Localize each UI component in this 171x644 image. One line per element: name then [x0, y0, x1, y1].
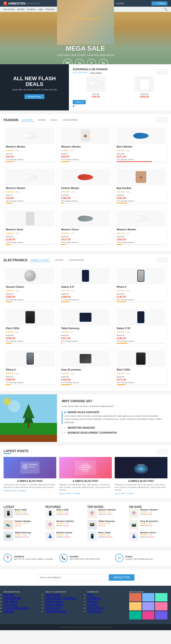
google-icon[interactable]: g+ — [83, 77, 86, 80]
insta-item-1[interactable] — [129, 593, 142, 602]
elec-product-9[interactable]: iPad 4 16Gb ★★★★☆ (11) £295.00 £271.00 1… — [115, 348, 168, 387]
twitter-icon[interactable]: t — [81, 77, 81, 80]
elec-name-2: Galaxy S IV — [61, 286, 110, 288]
posts-next[interactable]: › — [163, 449, 168, 454]
posts-title-bar — [3, 453, 11, 454]
instagram-icon[interactable]: in — [91, 77, 93, 80]
post-author-link-3[interactable]: Tomtink — [127, 492, 134, 494]
footer-info-link-5[interactable]: Pages configuration — [3, 606, 29, 610]
more-detail-button[interactable]: More Detail — [87, 71, 105, 76]
tab-shoes[interactable]: SHOES — [37, 118, 47, 122]
featured-old-3: £595.00 — [56, 536, 63, 538]
facebook-icon[interactable]: f — [78, 77, 79, 80]
browse-store-button[interactable]: Browse Store — [66, 71, 85, 76]
elec-product-2[interactable]: Galaxy S IV ★★★★☆ (11) £699.00 £399.00 1… — [59, 265, 112, 304]
footer-company-link-3[interactable]: About us — [87, 600, 99, 603]
product-name-6: Bag Goodeal — [117, 187, 165, 190]
fashion-product-1[interactable]: Women's Woolen ★★★★☆ (11) £67.00 £45.00 … — [3, 125, 56, 164]
fashion-prev[interactable]: ‹ — [157, 118, 162, 122]
fashion-product-5[interactable]: Fashion Mangiu ★★★★☆ (11) £215.00 £195.0… — [59, 166, 112, 206]
fashion-product-4[interactable]: Women's Woolen ★★★★☆ (11) £67.00 £45.00 … — [3, 166, 56, 206]
cart-button[interactable]: 🛒 0 items — [152, 2, 168, 6]
post-author-link-2[interactable]: Tomtink — [74, 492, 81, 494]
tab-mobile-tablet[interactable]: MOBILE & TABLET — [30, 258, 51, 262]
electronics-next[interactable]: › — [163, 258, 168, 262]
footer-support-link-1[interactable]: Help Center — [45, 593, 61, 596]
elec-product-7[interactable]: iPhone 6 ★★★★☆ (11) £520.00 £389.00 11% … — [3, 348, 56, 387]
tab-clothing[interactable]: CLOTHING — [21, 118, 34, 122]
pinterest-icon[interactable]: p — [88, 77, 89, 80]
footer-info-link-6[interactable]: Sitemap — [3, 610, 14, 613]
checkout-link[interactable]: Checkout — [46, 8, 55, 10]
view-all-button[interactable]: View All — [73, 100, 86, 104]
footer-support-link-4[interactable]: Privacy Policy — [45, 603, 63, 606]
site-logo[interactable]: T AMBESTEN Business Grows — [3, 2, 40, 5]
why-item-title-1[interactable]: ▶SENIOR SALES ASSOCIATE — [64, 411, 166, 414]
footer-support-link-5[interactable]: Testimonials — [45, 606, 61, 610]
footer-support-link-6[interactable]: Affiliate Program — [45, 610, 66, 613]
insta-item-9[interactable] — [155, 611, 168, 620]
flash-browse-button[interactable]: Browse Store — [24, 94, 44, 99]
product-reviews-5: (11) — [71, 191, 74, 193]
my-account-link[interactable]: My Account — [3, 8, 15, 10]
hero-dot-1[interactable] — [83, 82, 85, 84]
fashion-product-2[interactable]: 👜 Women's Woolen ★★★★☆ (7) £68.00 £88.00… — [59, 125, 112, 164]
fashion-product-9[interactable]: Women's Woolen ★★★★☆ (11) £499.00 £363.0… — [115, 208, 168, 247]
wishlist-link[interactable]: Wishlist — [17, 8, 24, 10]
elec-product-3[interactable]: iPhone 6 ★★★★☆ (14) £245.00 £145.00 19% … — [115, 265, 168, 304]
insta-item-2[interactable] — [142, 593, 155, 602]
footer-company-link-5[interactable]: Shop Online — [87, 606, 103, 610]
footer-info-link-2[interactable]: New products — [3, 596, 21, 600]
footer-company-link-6[interactable]: My account — [87, 610, 102, 613]
footer-info-link-3[interactable]: Top sellers — [3, 600, 17, 603]
superdeals-prev[interactable]: ‹ — [157, 70, 162, 74]
why-item-title-3[interactable]: + BUSINESS DEVELOPMENT COORDINATOR — [64, 432, 166, 434]
post-1: A SIMPLE BLOG POST Lorem ipsum dolor sit… — [3, 457, 56, 494]
elec-product-5[interactable]: Tablet Samsung ★★★★☆ (7) £415.00 £311.00… — [59, 307, 112, 346]
footer-company-link-2[interactable]: Contact us — [87, 596, 101, 600]
tab-laptop[interactable]: LAPTOP — [54, 258, 64, 262]
fashion-product-7[interactable]: Women's Dress ★★★★☆ (11) £200.00 £138.00… — [3, 208, 56, 247]
product-sale-price-3: £271.00 — [117, 155, 165, 158]
newsletter-email-input[interactable] — [37, 574, 108, 581]
superdeals-dot-2[interactable] — [75, 106, 76, 107]
search-button[interactable]: 🔍 — [164, 8, 168, 11]
insta-item-7[interactable] — [129, 611, 142, 620]
login-link[interactable]: Login — [38, 8, 43, 10]
insta-item-5[interactable] — [142, 602, 155, 610]
fashion-product-8[interactable]: Women's Dress ★★★★☆ (11) £540.00 £417.00… — [59, 208, 112, 247]
elec-product-1[interactable]: Vacuum Cleaner ★★★★☆ (11) £520.00 £399.0… — [3, 265, 56, 304]
insta-item-6[interactable] — [155, 602, 168, 610]
footer-support-link-2[interactable]: Free Sample Templates — [45, 596, 76, 600]
footer-info-link-4[interactable]: Our brands — [3, 603, 18, 606]
footer-info-link-1[interactable]: Specials — [3, 593, 14, 596]
insta-item-4[interactable] — [129, 602, 142, 610]
posts-prev[interactable]: ‹ — [157, 449, 162, 454]
elec-product-8[interactable]: Sony 25 premium ★★★★☆ (11) £699.00 £424.… — [59, 348, 112, 387]
tab-elec-accessories[interactable]: ACCESSORIES — [67, 258, 85, 262]
footer-company-link-1[interactable]: Blog — [87, 593, 93, 596]
fashion-product-3[interactable]: Men's Woolen ★★★★☆ (11) £399.00 £271.00 … — [115, 125, 168, 164]
elec-product-4[interactable]: iPad 4 16Gb ★★★★☆ (11) £295.00 £248.00 1… — [3, 307, 56, 346]
superdeals-next[interactable]: › — [163, 70, 168, 74]
elec-progress-6 — [117, 343, 165, 344]
footer-company-link-4[interactable]: Careers — [87, 603, 98, 606]
insta-item-3[interactable] — [155, 593, 168, 602]
footer-support-link-3[interactable]: Refund Policy — [45, 600, 63, 603]
phones-label: PHONES — [70, 556, 100, 558]
nav-contact[interactable]: Contact — [116, 2, 124, 5]
compare-link[interactable]: Compare — [27, 8, 36, 10]
tab-accessories[interactable]: ACCESSORIES — [61, 118, 79, 122]
hero-dot-2[interactable] — [86, 82, 88, 84]
elec-progress-2 — [61, 302, 110, 302]
electronics-prev[interactable]: ‹ — [157, 258, 162, 262]
why-item-title-2[interactable]: + MARKETING MANAGER — [64, 426, 166, 429]
fashion-next[interactable]: › — [163, 118, 168, 122]
fashion-product-6[interactable]: 👜 Bag Goodeal ★★★★☆ (11) £235.00 £165.00… — [115, 166, 168, 206]
newsletter-submit-button[interactable]: NEWSLETTER — [109, 574, 134, 581]
superdeals-dot-1[interactable] — [73, 106, 74, 107]
elec-product-6[interactable]: Galaxy S VII ★★★★☆ (11) £399.00 £245.00 … — [115, 307, 168, 346]
insta-item-8[interactable] — [142, 611, 155, 620]
post-author-link-1[interactable]: Tomtink — [19, 490, 26, 492]
tab-bags[interactable]: BAGS — [50, 118, 58, 122]
